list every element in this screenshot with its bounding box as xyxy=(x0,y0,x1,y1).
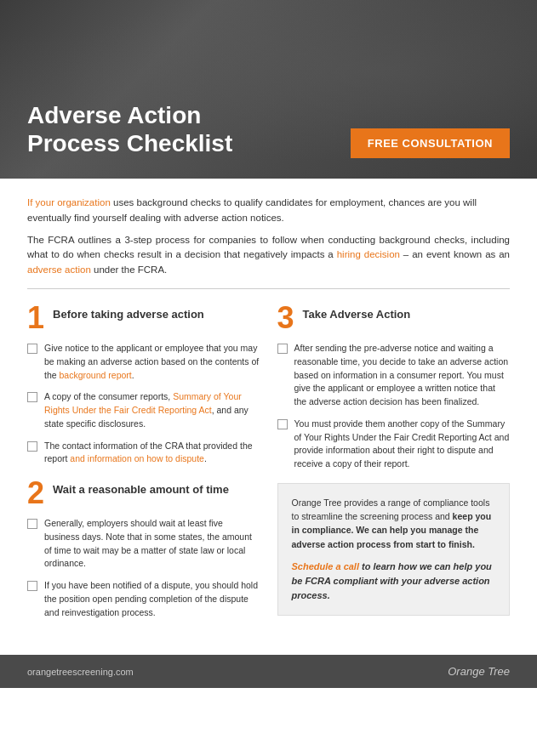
step-3-item-2: You must provide them another copy of th… xyxy=(277,418,511,471)
step-1-number: 1 xyxy=(27,303,44,333)
checkbox-1-1[interactable] xyxy=(27,344,37,354)
footer: orangetreescreening.com Orange Tree xyxy=(0,655,537,688)
steps-columns: 1 Before taking adverse action Give noti… xyxy=(27,303,510,641)
checkbox-1-3[interactable] xyxy=(27,441,37,452)
step-1-title: Before taking adverse action xyxy=(53,303,204,322)
link-dispute-info: and information on how to dispute xyxy=(70,453,204,463)
checkbox-1-2[interactable] xyxy=(27,392,37,402)
main-content: If your organization uses background che… xyxy=(0,179,537,641)
intro-highlight-2: hiring decision xyxy=(337,249,400,259)
step-1-item-2-text: A copy of the consumer reports, Summary … xyxy=(44,390,260,430)
intro-paragraph-2: The FCRA outlines a 3-step process for c… xyxy=(27,233,510,278)
step-3-item-1: After sending the pre-adverse notice and… xyxy=(277,342,511,409)
section-divider xyxy=(27,288,510,289)
schedule-call-link[interactable]: Schedule a call xyxy=(292,561,359,571)
step-2-header: 2 Wait a reasonable amount of time xyxy=(27,478,260,509)
header-content: Adverse Action Process Checklist FREE CO… xyxy=(27,101,510,158)
step-2-number: 2 xyxy=(27,478,44,509)
info-box-bold-1: keep you in compliance. We can help you … xyxy=(292,511,492,549)
step-2-item-1-text: Generally, employers should wait at leas… xyxy=(44,517,260,571)
header: Adverse Action Process Checklist FREE CO… xyxy=(0,0,537,179)
step-1-item-1: Give notice to the applicant or employee… xyxy=(27,342,260,382)
step-2-item-1: Generally, employers should wait at leas… xyxy=(27,517,260,571)
footer-brand: Orange Tree xyxy=(448,665,510,678)
checkbox-3-1[interactable] xyxy=(277,344,288,354)
free-consultation-button[interactable]: FREE CONSULTATION xyxy=(351,128,510,158)
link-background-report: background report xyxy=(60,370,132,380)
info-box-text: Orange Tree provides a range of complian… xyxy=(292,496,496,551)
intro-highlight-3: adverse action xyxy=(27,264,91,275)
checkbox-3-2[interactable] xyxy=(277,419,288,429)
link-finish: finish xyxy=(448,539,472,549)
step-1-item-2: A copy of the consumer reports, Summary … xyxy=(27,390,260,430)
page-title: Adverse Action Process Checklist xyxy=(27,101,300,158)
intro-highlight-1: If your organization xyxy=(27,197,111,207)
step-3-item-2-text: You must provide them another copy of th… xyxy=(294,418,511,471)
left-column: 1 Before taking adverse action Give noti… xyxy=(27,303,260,628)
info-box-cta: Schedule a call to learn how we can help… xyxy=(292,560,496,603)
step-3-title: Take Adverse Action xyxy=(303,303,411,322)
right-column: 3 Take Adverse Action After sending the … xyxy=(277,303,511,628)
step-3-item-1-text: After sending the pre-adverse notice and… xyxy=(294,342,511,409)
step-1-header: 1 Before taking adverse action xyxy=(27,303,260,333)
checkbox-2-1[interactable] xyxy=(27,519,37,529)
step-2-item-2: If you have been notified of a dispute, … xyxy=(27,579,260,619)
step-3-header: 3 Take Adverse Action xyxy=(277,303,511,333)
checkbox-2-2[interactable] xyxy=(27,581,37,591)
intro-paragraph-1: If your organization uses background che… xyxy=(27,196,510,226)
step-1-item-3: The contact information of the CRA that … xyxy=(27,440,260,467)
step-3-number: 3 xyxy=(277,303,294,333)
step-1-item-1-text: Give notice to the applicant or employee… xyxy=(44,342,260,382)
footer-url: orangetreescreening.com xyxy=(27,667,134,677)
step-1-item-3-text: The contact information of the CRA that … xyxy=(44,440,260,467)
step-2-title: Wait a reasonable amount of time xyxy=(53,478,229,497)
step-2-item-2-text: If you have been notified of a dispute, … xyxy=(44,579,260,619)
link-summary-rights: Summary of Your Rights Under the Fair Cr… xyxy=(44,391,242,415)
info-box: Orange Tree provides a range of complian… xyxy=(277,483,511,616)
